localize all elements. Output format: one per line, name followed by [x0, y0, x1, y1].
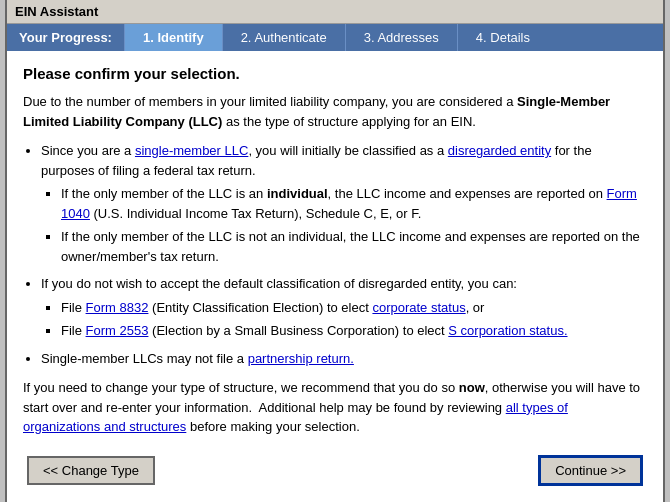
bullet-1: Since you are a single-member LLC, you w… — [41, 141, 647, 266]
step-identify[interactable]: 1. Identify — [124, 24, 222, 51]
page-heading: Please confirm your selection. — [23, 65, 647, 82]
form-2553-link[interactable]: Form 2553 — [86, 323, 149, 338]
main-window: EIN Assistant Your Progress: 1. Identify… — [5, 0, 665, 502]
corporate-status-link[interactable]: corporate status — [372, 300, 465, 315]
closing-paragraph: If you need to change your type of struc… — [23, 378, 647, 437]
sub-bullet-1b: If the only member of the LLC is not an … — [61, 227, 647, 266]
continue-button[interactable]: Continue >> — [538, 455, 643, 486]
window-title: EIN Assistant — [15, 4, 98, 19]
all-types-link[interactable]: all types of organizations and structure… — [23, 400, 568, 435]
sub-bullet-2a: File Form 8832 (Entity Classification El… — [61, 298, 647, 318]
sub-bullet-1a: If the only member of the LLC is an indi… — [61, 184, 647, 223]
sub-list-2: File Form 8832 (Entity Classification El… — [61, 298, 647, 341]
progress-label: Your Progress: — [7, 24, 124, 51]
button-row: << Change Type Continue >> — [23, 451, 647, 492]
content-area: Please confirm your selection. Due to th… — [7, 51, 663, 502]
progress-bar: Your Progress: 1. Identify 2. Authentica… — [7, 24, 663, 51]
single-member-llc-link[interactable]: single-member LLC — [135, 143, 248, 158]
partnership-return-link[interactable]: partnership return. — [248, 351, 354, 366]
disregarded-entity-link[interactable]: disregarded entity — [448, 143, 551, 158]
intro-paragraph: Due to the number of members in your lim… — [23, 92, 647, 131]
s-corp-status-link[interactable]: S corporation status. — [448, 323, 567, 338]
step-details[interactable]: 4. Details — [457, 24, 548, 51]
bullet-2: If you do not wish to accept the default… — [41, 274, 647, 341]
form-8832-link[interactable]: Form 8832 — [86, 300, 149, 315]
form-1040-link[interactable]: Form 1040 — [61, 186, 637, 221]
step-authenticate[interactable]: 2. Authenticate — [222, 24, 345, 51]
main-bullet-list: Since you are a single-member LLC, you w… — [41, 141, 647, 368]
sub-bullet-2b: File Form 2553 (Election by a Small Busi… — [61, 321, 647, 341]
title-bar: EIN Assistant — [7, 0, 663, 24]
sub-list-1: If the only member of the LLC is an indi… — [61, 184, 647, 266]
change-type-button[interactable]: << Change Type — [27, 456, 155, 485]
step-addresses[interactable]: 3. Addresses — [345, 24, 457, 51]
bullet-3: Single-member LLCs may not file a partne… — [41, 349, 647, 369]
